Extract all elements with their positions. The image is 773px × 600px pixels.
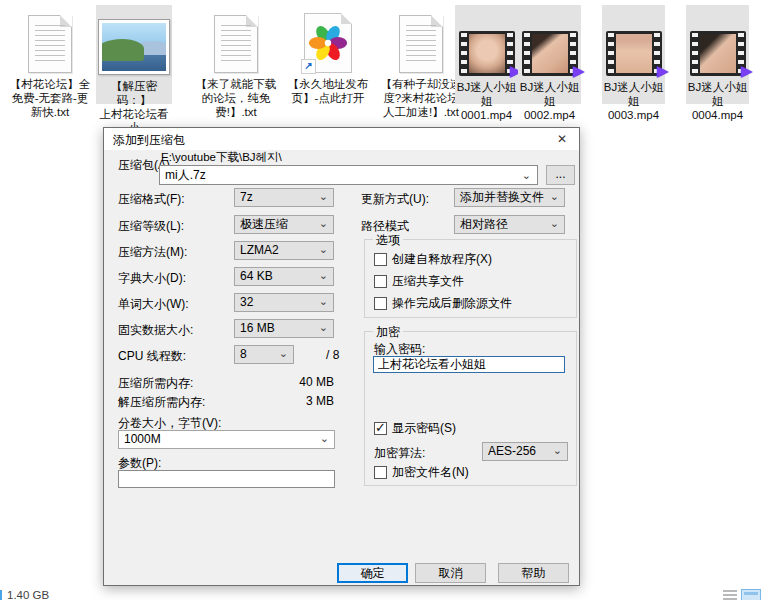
video-thumbnail [532,34,568,73]
file-label: 【村花论坛】全 免费-无套路-更 新快.txt [5,77,95,119]
algorithm-combobox[interactable]: AES-256 ⌄ [482,442,568,461]
desktop-item-video-1[interactable]: ▶ BJ迷人小姐姐 0001.mp4 [455,5,518,104]
path-mode-combobox[interactable]: 相对路径 ⌄ [454,215,565,234]
file-label: BJ迷人小姐姐 0002.mp4 [518,80,581,122]
checkbox-label: 压缩共享文件 [392,273,464,290]
browse-button[interactable]: ... [546,165,575,185]
close-icon[interactable]: ✕ [545,128,579,150]
checkbox-icon[interactable]: ✓ [374,297,387,310]
file-label: BJ迷人小姐姐 0004.mp4 [686,80,749,122]
dictionary-value: 64 KB [240,269,273,283]
update-mode-combobox[interactable]: 添加并替换文件 ⌄ [454,188,565,207]
split-size-combobox[interactable]: 1000M ⌄ [118,430,335,449]
chevron-down-icon: ⌄ [319,241,328,258]
format-combobox[interactable]: 7z ⌄ [234,188,334,207]
level-label: 压缩等级(L): [118,218,184,235]
checkbox-label: 操作完成后删除源文件 [392,295,512,312]
format-label: 压缩格式(F): [118,191,185,208]
video-file-icon: ▶ [459,31,515,76]
check-icon: ✓ [375,420,386,435]
video-file-icon: ▶ [690,31,746,76]
checkbox-create-sfx[interactable]: ✓ 创建自释放程序(X) [374,251,492,268]
password-input[interactable] [373,356,565,373]
method-combobox[interactable]: LZMA2 ⌄ [234,241,334,260]
cancel-button[interactable]: 取消 [415,563,486,583]
desktop-item-jpg[interactable]: 【解压密码：】 上村花论坛看小 姐姐.jpg [96,5,172,104]
dictionary-label: 字典大小(D): [118,270,186,287]
video-file-icon: ▶ [522,31,578,76]
status-accent-bar [0,590,2,600]
archive-name-value: mi人.7z [165,168,206,182]
desktop-item-txt-1[interactable]: 【村花论坛】全 免费-无套路-更 新快.txt [5,5,95,119]
desktop-item-video-3[interactable]: ▶ BJ迷人小姐姐 0003.mp4 [602,5,665,104]
format-value: 7z [240,190,253,204]
checkbox-icon[interactable]: ✓ [374,422,387,435]
text-file-icon [28,15,72,73]
archive-name-combobox[interactable]: mi人.7z ⌄ [159,165,538,185]
checkbox-compress-shared[interactable]: ✓ 压缩共享文件 [374,273,464,290]
word-size-combobox[interactable]: 32 ⌄ [234,293,334,312]
file-label: BJ迷人小姐姐 0001.mp4 [455,80,518,122]
chevron-down-icon: ⌄ [319,293,328,310]
path-mode-value: 相对路径 [460,217,508,231]
method-label: 压缩方法(M): [118,244,187,261]
solid-size-value: 16 MB [240,321,275,335]
checkbox-icon[interactable]: ✓ [374,275,387,288]
checkbox-icon[interactable]: ✓ [374,466,387,479]
archive-path: E:\youtube下载\BJ헤지\ [161,150,282,165]
shortcut-arrow-icon: ↗ [301,59,316,74]
thumbnails-view-icon[interactable] [741,589,761,600]
desktop-item-url-shortcut[interactable]: ↗ 【永久地址发布 页】-点此打开 [283,5,373,105]
desktop-item-video-2[interactable]: ▶ BJ迷人小姐姐 0002.mp4 [518,5,581,104]
chevron-down-icon[interactable]: ⌄ [522,166,531,184]
options-group: 选项 ✓ 创建自释放程序(X) ✓ 压缩共享文件 ✓ 操作完成后删除源文件 [364,239,577,318]
play-icon: ▶ [657,62,669,80]
file-label: 【永久地址发布 页】-点此打开 [283,77,373,105]
text-file-icon [214,15,258,73]
chevron-down-icon: ⌄ [319,215,328,232]
checkbox-delete-after[interactable]: ✓ 操作完成后删除源文件 [374,295,512,312]
split-size-value: 1000M [124,432,161,446]
checkbox-icon[interactable]: ✓ [374,253,387,266]
file-label: 【来了就能下载 的论坛，纯免 费!】.txt [190,77,282,119]
cpu-threads-value: 8 [240,347,247,361]
play-icon: ▶ [741,62,753,80]
checkbox-show-password[interactable]: ✓ 显示密码(S) [374,420,456,437]
chevron-down-icon: ⌄ [279,345,288,362]
checkbox-label: 加密文件名(N) [392,464,469,481]
video-file-icon: ▶ [606,31,662,76]
ok-button[interactable]: 确定 [337,563,408,583]
video-thumbnail [700,34,736,73]
dialog-titlebar[interactable]: 添加到压缩包 ✕ [104,128,579,150]
status-size-text: 1.40 GB [7,589,49,600]
solid-size-combobox[interactable]: 16 MB ⌄ [234,319,334,338]
word-size-value: 32 [240,295,253,309]
help-button[interactable]: 帮助 [498,563,569,583]
level-value: 极速压缩 [240,217,288,231]
details-view-icon[interactable] [723,590,737,600]
level-combobox[interactable]: 极速压缩 ⌄ [234,215,334,234]
desktop-item-txt-3[interactable]: 【有种子却没速 度?来村花论坛 人工加速!】.txt [375,5,467,119]
desktop-item-video-4[interactable]: ▶ BJ迷人小姐姐 0004.mp4 [686,5,749,104]
chevron-down-icon: ⌄ [550,215,559,232]
encryption-group-title: 加密 [373,324,403,341]
cpu-threads-combobox[interactable]: 8 ⌄ [234,345,294,364]
dialog-title: 添加到压缩包 [113,132,185,149]
chevron-down-icon: ⌄ [550,188,559,205]
checkbox-encrypt-names[interactable]: ✓ 加密文件名(N) [374,464,469,481]
chevron-down-icon: ⌄ [319,319,328,336]
file-label: 【有种子却没速 度?来村花论坛 人工加速!】.txt [375,77,467,119]
cpu-threads-label: CPU 线程数: [118,348,186,365]
word-size-label: 单词大小(W): [118,296,189,313]
memory-decompress-value: 3 MB [118,394,334,408]
parameters-input[interactable] [118,470,335,488]
desktop-item-txt-2[interactable]: 【来了就能下载 的论坛，纯免 费!】.txt [190,5,282,119]
memory-compress-value: 40 MB [118,375,334,389]
dictionary-combobox[interactable]: 64 KB ⌄ [234,267,334,286]
add-to-archive-dialog: 添加到压缩包 ✕ 压缩包(A) E:\youtube下载\BJ헤지\ mi人.7… [103,127,580,586]
update-mode-value: 添加并替换文件 [460,190,544,204]
url-shortcut-icon: ↗ [304,13,352,73]
options-group-title: 选项 [373,232,403,249]
cpu-threads-max: / 8 [326,348,339,362]
chevron-down-icon: ⌄ [553,442,562,459]
